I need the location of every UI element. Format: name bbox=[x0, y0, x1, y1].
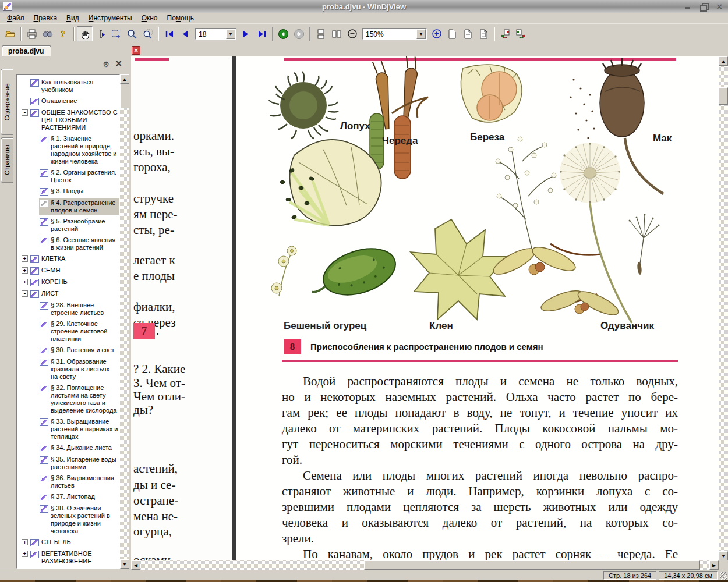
print-button[interactable] bbox=[24, 26, 40, 41]
tree-expander[interactable]: + bbox=[22, 255, 28, 262]
resize-grip[interactable] bbox=[720, 572, 727, 580]
fit-page-button[interactable] bbox=[476, 26, 492, 41]
menu-edit[interactable]: Правка bbox=[29, 13, 62, 23]
fit-width-button[interactable] bbox=[460, 26, 476, 41]
tree-item[interactable]: § 31. Образование крахмала в листьях на … bbox=[39, 357, 119, 381]
tree-expander[interactable]: - bbox=[22, 109, 28, 116]
chevron-down-icon[interactable]: ▼ bbox=[226, 29, 235, 39]
page-number-combo[interactable]: 18 ▼ bbox=[195, 28, 236, 40]
scroll-right-icon[interactable]: ▶ bbox=[709, 560, 719, 570]
layout-continuous-icon bbox=[316, 29, 326, 39]
select-rect-button[interactable] bbox=[108, 26, 124, 41]
tree-item[interactable]: § 33. Выращивание растений в парниках и … bbox=[39, 417, 119, 441]
scroll-up-icon[interactable]: ▲ bbox=[120, 74, 129, 84]
menu-help[interactable]: Помощь bbox=[162, 13, 199, 23]
tree-item[interactable]: § 35. Испарение воды растениями bbox=[39, 455, 119, 471]
restore-icon[interactable] bbox=[699, 2, 708, 10]
tree-item[interactable]: § 3. Плоды bbox=[39, 187, 84, 196]
tree-item[interactable]: СЕМЕННОЕ РАЗМНОЖЕНИЕ bbox=[30, 568, 119, 569]
zoom-out-button[interactable] bbox=[344, 26, 360, 41]
tree-item[interactable]: § 36. Видоизменения листьев bbox=[39, 474, 119, 490]
tree-expander[interactable]: + bbox=[22, 539, 28, 545]
page-text-fragment: мена не- bbox=[133, 509, 178, 524]
last-page-button[interactable] bbox=[254, 26, 270, 41]
zoom-tool-button[interactable] bbox=[124, 26, 140, 41]
tree-item[interactable]: § 29. Клеточное строение листовой пласти… bbox=[39, 320, 119, 343]
scroll-up-icon[interactable]: ▲ bbox=[719, 56, 728, 66]
vertical-scrollbar-track[interactable] bbox=[719, 66, 728, 551]
label-poppy: Мак bbox=[653, 133, 672, 144]
gear-icon[interactable]: ⚙ bbox=[103, 60, 109, 69]
tree-item[interactable]: § 30. Растения и свет bbox=[39, 346, 116, 355]
page-number-value[interactable]: 18 bbox=[196, 29, 226, 39]
sidebar-tab-contents[interactable]: Содержание bbox=[1, 69, 13, 135]
tree-item[interactable]: § 34. Дыхание листа bbox=[39, 443, 113, 453]
close-icon[interactable]: × bbox=[715, 2, 723, 10]
sidebar-scrollbar-thumb[interactable] bbox=[120, 84, 129, 108]
scroll-left-icon[interactable]: ◀ bbox=[131, 560, 140, 570]
tree-item[interactable]: § 6. Осенние явления в жизни растений bbox=[39, 236, 119, 252]
next-page-button[interactable] bbox=[238, 26, 254, 41]
zoom-level-value[interactable]: 150% bbox=[363, 29, 416, 39]
tree-item[interactable]: ОБЩЕЕ ЗНАКОМСТВО С ЦВЕТКОВЫМИ РАСТЕНИЯМИ bbox=[30, 108, 119, 132]
tree-expander[interactable]: - bbox=[22, 290, 28, 297]
tree-expander[interactable]: + bbox=[22, 551, 28, 557]
tree-item[interactable]: КЛЕТКА bbox=[30, 254, 66, 264]
label-maple: Клен bbox=[429, 320, 453, 332]
tab-close-icon[interactable]: × bbox=[132, 46, 140, 55]
menu-window[interactable]: Окно bbox=[137, 13, 162, 23]
text-line: зрели. bbox=[282, 531, 678, 546]
document-icon bbox=[40, 494, 48, 501]
open-button[interactable] bbox=[2, 26, 18, 41]
text-line: но и некоторых наземных растений. Ольха … bbox=[282, 389, 678, 405]
tree-expander[interactable]: + bbox=[22, 267, 28, 274]
select-text-button[interactable] bbox=[93, 26, 108, 41]
chevron-down-icon[interactable]: ▼ bbox=[416, 29, 426, 39]
tree-item-selected[interactable]: § 4. Распространение плодов и семян bbox=[39, 198, 119, 215]
custom-zoom-button[interactable] bbox=[140, 26, 156, 41]
back-button[interactable] bbox=[275, 26, 291, 41]
vertical-scrollbar-thumb[interactable] bbox=[719, 87, 728, 105]
menu-file[interactable]: Файл bbox=[2, 13, 29, 23]
sidebar-tab-pages[interactable]: Страницы bbox=[1, 137, 13, 183]
rotate-right-button[interactable] bbox=[513, 26, 529, 41]
tree-item[interactable]: § 5. Разнообразие растений bbox=[39, 217, 119, 233]
tree-item[interactable]: Как пользоваться учебником bbox=[30, 78, 119, 94]
actual-size-button[interactable] bbox=[444, 26, 460, 41]
tree-item[interactable]: КОРЕНЬ bbox=[30, 278, 69, 287]
zoom-in-button[interactable] bbox=[429, 26, 444, 41]
document-icon bbox=[40, 418, 48, 426]
tree-item[interactable]: § 37. Листопад bbox=[39, 492, 96, 502]
tree-item[interactable]: § 28. Внешнее строение листьев bbox=[39, 301, 119, 317]
sidebar-scrollbar-track[interactable] bbox=[120, 84, 129, 559]
tree-item[interactable]: § 38. О значении зеленых растений в прир… bbox=[39, 504, 119, 535]
document-icon bbox=[40, 456, 48, 464]
menu-view[interactable]: Вид bbox=[62, 13, 84, 23]
zoom-level-combo[interactable]: 150% ▼ bbox=[362, 28, 427, 40]
tree-item[interactable]: § 2. Органы растения. Цветок bbox=[39, 168, 119, 184]
forward-button[interactable] bbox=[291, 26, 307, 41]
tree-item[interactable]: ЛИСТ bbox=[30, 289, 59, 299]
scroll-down-icon[interactable]: ▼ bbox=[120, 559, 129, 569]
first-page-button[interactable] bbox=[161, 26, 177, 41]
menu-tools[interactable]: Инструменты bbox=[84, 13, 137, 23]
tree-item[interactable]: § 32. Поглощение листьями на свету углек… bbox=[39, 384, 119, 415]
tab-proba-djvu[interactable]: proba.djvu bbox=[2, 45, 51, 56]
horizontal-scrollbar-thumb[interactable] bbox=[364, 560, 700, 570]
prev-page-button[interactable] bbox=[177, 26, 193, 41]
sidebar-close-icon[interactable]: × bbox=[115, 59, 122, 68]
find-button[interactable] bbox=[40, 26, 55, 41]
layout-facing-button[interactable] bbox=[328, 26, 344, 41]
help-button[interactable]: ? bbox=[55, 26, 71, 41]
tree-item[interactable]: СТЕБЕЛЬ bbox=[30, 538, 72, 547]
minimize-icon[interactable] bbox=[684, 2, 692, 10]
tree-item[interactable]: § 1. Значение растений в природе, народн… bbox=[39, 134, 119, 166]
rotate-left-button[interactable] bbox=[497, 26, 513, 41]
tree-expander[interactable]: + bbox=[22, 279, 28, 285]
pan-tool-button[interactable] bbox=[77, 26, 93, 41]
scroll-down-icon[interactable]: ▼ bbox=[719, 551, 728, 560]
layout-continuous-button[interactable] bbox=[313, 26, 328, 41]
tree-item[interactable]: Оглавление bbox=[30, 97, 78, 106]
tree-item[interactable]: СЕМЯ bbox=[30, 266, 61, 275]
tree-item[interactable]: ВЕГЕТАТИВНОЕ РАЗМНОЖЕНИЕ bbox=[30, 549, 119, 566]
